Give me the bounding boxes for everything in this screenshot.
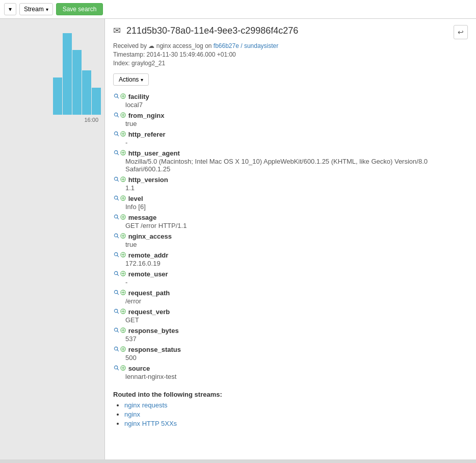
plus-icon[interactable]	[120, 131, 126, 137]
field-name: remote_user	[128, 270, 168, 278]
list-item: nginx	[124, 410, 468, 418]
chart-bar	[53, 78, 62, 115]
field-value: Info [6]	[125, 203, 468, 211]
plus-icon[interactable]	[120, 149, 126, 156]
search-icon[interactable]	[113, 346, 120, 352]
field-section: request_path/error	[113, 289, 468, 305]
search-icon[interactable]	[113, 195, 120, 201]
plus-icon[interactable]	[120, 112, 126, 118]
field-section: http_user_agentMozilla/5.0 (Macintosh; I…	[113, 149, 468, 173]
field-section: request_verbGET	[113, 308, 468, 324]
field-label-row: request_verb	[113, 308, 468, 316]
plus-icon[interactable]	[120, 251, 126, 258]
field-section: sourcelennart-nginx-test	[113, 365, 468, 380]
field-label-row: http_referer	[113, 131, 468, 138]
svg-line-56	[117, 312, 119, 314]
search-icon[interactable]	[113, 93, 120, 99]
field-section: http_referer-	[113, 131, 468, 146]
sidebar: 16:00	[0, 19, 104, 459]
top-bar: ▾ Stream ▾ Save search	[0, 0, 476, 19]
save-search-button[interactable]: Save search	[56, 3, 103, 15]
message-id-row: ✉ 211d5b30-78a0-11e4-9ee3-c29986f4c276	[113, 25, 298, 36]
chart-bar	[63, 33, 72, 115]
save-search-label: Save search	[63, 6, 97, 13]
actions-button[interactable]: Actions ▾	[113, 73, 149, 86]
field-section: messageGET /error HTTP/1.1	[113, 214, 468, 229]
back-button[interactable]: ↩	[454, 25, 468, 39]
plus-icon[interactable]	[120, 289, 126, 296]
svg-line-61	[117, 331, 119, 332]
svg-line-31	[117, 218, 119, 219]
actions-label: Actions	[119, 76, 139, 83]
stream-list-link[interactable]: nginx requests	[124, 401, 168, 409]
search-icon[interactable]	[113, 327, 120, 333]
svg-line-36	[117, 237, 119, 238]
stream-link[interactable]: fb66b27e / sundaysister	[214, 42, 278, 49]
field-label-row: nginx_access	[113, 233, 468, 240]
field-label-row: facility	[113, 93, 468, 100]
field-label-row: from_nginx	[113, 112, 468, 119]
cloud-icon: ☁	[148, 42, 156, 49]
field-label-row: source	[113, 365, 468, 372]
stream-list-link[interactable]: nginx	[124, 410, 140, 418]
field-value: 1.1	[125, 184, 468, 192]
field-value: -	[125, 139, 468, 146]
search-icon[interactable]	[113, 251, 120, 258]
search-icon[interactable]	[113, 131, 120, 137]
field-value: Mozilla/5.0 (Macintosh; Intel Mac OS X 1…	[125, 158, 468, 173]
index-line: Index: graylog2_21	[113, 60, 468, 67]
field-label-row: remote_user	[113, 270, 468, 278]
search-icon[interactable]	[113, 233, 120, 239]
svg-line-26	[117, 199, 119, 200]
field-value: -	[125, 278, 468, 286]
chart-x-label: 16:00	[4, 117, 100, 123]
fields-container: facilitylocal7 from_nginxtrue http_refer…	[113, 93, 468, 380]
received-by-line: Received by ☁ nginx access_log on fb66b2…	[113, 42, 468, 49]
plus-icon[interactable]	[120, 365, 126, 371]
select-caret: ▾	[9, 6, 12, 13]
field-name: request_verb	[128, 308, 170, 316]
field-label-row: request_path	[113, 289, 468, 297]
select-dropdown[interactable]: ▾	[4, 3, 16, 15]
main-layout: 16:00 ✉ 211d5b30-78a0-11e4-9ee3-c29986f4…	[0, 19, 476, 459]
plus-icon[interactable]	[120, 93, 126, 99]
search-icon[interactable]	[113, 289, 120, 296]
field-value: local7	[125, 101, 468, 109]
plus-icon[interactable]	[120, 214, 126, 220]
field-name: from_nginx	[128, 112, 165, 119]
field-section: http_version1.1	[113, 176, 468, 192]
field-name: message	[128, 214, 157, 221]
field-value: 537	[125, 335, 468, 343]
plus-icon[interactable]	[120, 233, 126, 239]
search-icon[interactable]	[113, 270, 120, 277]
plus-icon[interactable]	[120, 346, 126, 352]
search-icon[interactable]	[113, 365, 120, 371]
svg-line-66	[117, 350, 119, 351]
field-label-row: http_version	[113, 176, 468, 184]
plus-icon[interactable]	[120, 327, 126, 333]
plus-icon[interactable]	[120, 308, 126, 315]
chart-bar	[72, 50, 82, 115]
field-value: /error	[125, 297, 468, 305]
field-section: response_bytes537	[113, 327, 468, 343]
message-header: ✉ 211d5b30-78a0-11e4-9ee3-c29986f4c276 ↩	[113, 25, 468, 39]
plus-icon[interactable]	[120, 270, 126, 277]
stream-list-link[interactable]: nginx HTTP 5XXs	[124, 420, 177, 427]
chart-area: 16:00	[4, 23, 100, 135]
streams-section: Routed into the following streams: nginx…	[113, 387, 468, 427]
field-label-row: http_user_agent	[113, 149, 468, 157]
search-icon[interactable]	[113, 149, 120, 156]
stream-dropdown[interactable]: Stream ▾	[19, 3, 53, 15]
svg-line-6	[117, 116, 119, 117]
search-icon[interactable]	[113, 308, 120, 315]
plus-icon[interactable]	[120, 195, 126, 201]
search-icon[interactable]	[113, 112, 120, 118]
field-section: remote_user-	[113, 270, 468, 286]
plus-icon[interactable]	[120, 176, 126, 183]
field-name: level	[128, 195, 143, 202]
field-name: remote_addr	[128, 251, 169, 259]
field-label-row: level	[113, 195, 468, 202]
search-icon[interactable]	[113, 176, 120, 183]
search-icon[interactable]	[113, 214, 120, 220]
timestamp-value: 2014-11-30 15:49:46.000 +01:00	[147, 51, 236, 58]
